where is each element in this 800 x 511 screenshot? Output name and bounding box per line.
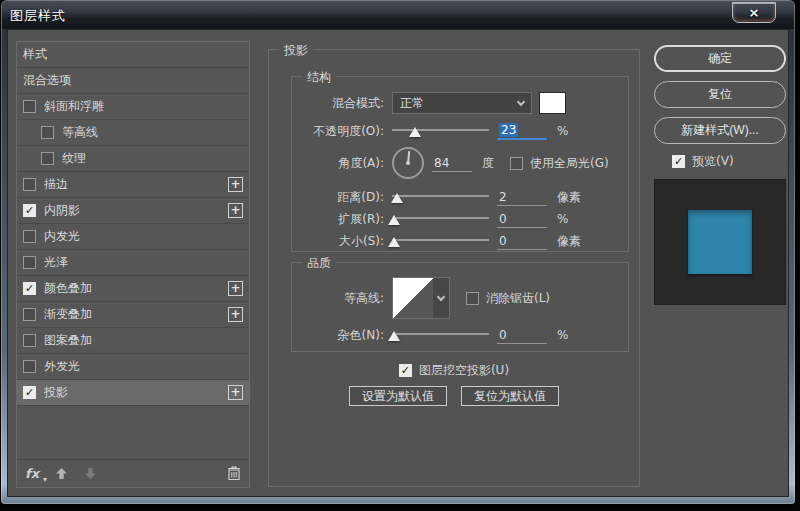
sidebar-item[interactable]: ✓投影+ (17, 380, 249, 406)
add-effect-icon[interactable]: + (228, 307, 243, 322)
effect-checkbox[interactable] (23, 230, 36, 243)
sidebar-item-label: 斜面和浮雕 (44, 98, 243, 115)
new-style-button[interactable]: 新建样式(W)... (654, 117, 786, 144)
layer-style-dialog: 图层样式 × 样式混合选项斜面和浮雕等高线纹理描边+✓内阴影+内发光光泽✓颜色叠… (1, 0, 795, 504)
blend-mode-row: 混合模式: 正常 (300, 91, 622, 115)
knockout-row: ✓ 图层挖空投影(U) (269, 362, 639, 379)
effect-checkbox[interactable] (41, 152, 54, 165)
sidebar-item-label: 混合选项 (23, 72, 243, 89)
effect-checkbox[interactable] (23, 256, 36, 269)
antialias-checkbox-row[interactable]: 消除锯齿(L) (466, 290, 550, 307)
blend-mode-select[interactable]: 正常 (392, 92, 532, 114)
sidebar-item[interactable]: 内发光 (17, 224, 249, 250)
global-light-checkbox-row[interactable]: 使用全局光(G) (510, 155, 609, 172)
contour-picker[interactable] (392, 277, 450, 319)
effect-checkbox[interactable] (23, 100, 36, 113)
blend-mode-label: 混合模式: (300, 95, 384, 112)
sidebar-item[interactable]: ✓颜色叠加+ (17, 276, 249, 302)
sidebar-item-label: 外发光 (44, 358, 243, 375)
effect-checkbox[interactable]: ✓ (23, 282, 36, 295)
spread-input[interactable]: 0 (497, 211, 547, 228)
close-button[interactable]: × (732, 2, 776, 23)
ok-button[interactable]: 确定 (654, 45, 786, 72)
noise-row: 杂色(N): 0 % (300, 323, 622, 347)
effect-checkbox[interactable] (41, 126, 54, 139)
caret-down-icon: ▾ (43, 475, 47, 484)
titlebar[interactable]: 图层样式 × (2, 1, 794, 29)
size-input[interactable]: 0 (497, 233, 547, 250)
move-effect-down-button[interactable] (84, 467, 97, 480)
angle-unit: 度 (482, 155, 494, 172)
delete-effect-button[interactable] (227, 466, 241, 481)
reset-button[interactable]: 复位 (654, 81, 786, 108)
window-title: 图层样式 (10, 7, 66, 25)
chevron-down-icon (517, 97, 525, 105)
add-effect-icon[interactable]: + (228, 281, 243, 296)
sidebar-item-label: 样式 (23, 46, 243, 63)
fx-label: fx (25, 466, 39, 481)
effect-checkbox[interactable]: ✓ (23, 386, 36, 399)
sidebar-item-label: 内阴影 (44, 202, 228, 219)
distance-label: 距离(D): (300, 189, 384, 206)
contour-dropdown-arrow[interactable] (433, 278, 449, 318)
make-default-button[interactable]: 设置为默认值 (349, 386, 447, 406)
sidebar-item[interactable]: 斜面和浮雕 (17, 94, 249, 120)
distance-slider[interactable] (392, 189, 489, 205)
sidebar-item[interactable]: 描边+ (17, 172, 249, 198)
sidebar-item-label: 投影 (44, 384, 228, 401)
reset-default-button[interactable]: 复位为默认值 (461, 386, 559, 406)
sidebar-item[interactable]: 样式 (17, 42, 249, 68)
arrow-down-icon (84, 467, 97, 480)
add-effect-icon[interactable]: + (228, 385, 243, 400)
move-effect-up-button[interactable] (55, 467, 68, 480)
slider-track (392, 239, 489, 241)
sidebar-item[interactable]: 渐变叠加+ (17, 302, 249, 328)
noise-input[interactable]: 0 (497, 327, 547, 344)
sidebar-item[interactable]: ✓内阴影+ (17, 198, 249, 224)
slider-thumb[interactable] (409, 127, 421, 137)
angle-input[interactable]: 84 (432, 155, 472, 172)
effect-checkbox[interactable] (23, 334, 36, 347)
noise-slider[interactable] (392, 327, 489, 343)
slider-thumb[interactable] (388, 331, 400, 341)
default-buttons-row: 设置为默认值 复位为默认值 (269, 386, 639, 406)
effect-checkbox[interactable] (23, 308, 36, 321)
global-light-checkbox[interactable] (510, 157, 523, 170)
knockout-checkbox-row[interactable]: ✓ 图层挖空投影(U) (399, 362, 509, 379)
fx-menu-button[interactable]: fx ▾ (25, 466, 39, 481)
size-slider[interactable] (392, 233, 489, 249)
distance-input[interactable]: 2 (497, 189, 547, 206)
spread-row: 扩展(R): 0 % (300, 207, 622, 231)
size-row: 大小(S): 0 像素 (300, 229, 622, 253)
sidebar-item[interactable]: 光泽 (17, 250, 249, 276)
sidebar-item[interactable]: 等高线 (17, 120, 249, 146)
spread-slider[interactable] (392, 211, 489, 227)
opacity-slider[interactable] (392, 123, 489, 139)
size-unit: 像素 (557, 233, 581, 250)
effect-checkbox[interactable] (23, 178, 36, 191)
angle-dial[interactable] (392, 147, 424, 179)
effect-checkbox[interactable] (23, 360, 36, 373)
add-effect-icon[interactable]: + (228, 177, 243, 192)
sidebar-item[interactable]: 外发光 (17, 354, 249, 380)
preview-checkbox-row[interactable]: ✓ 预览(V) (672, 153, 734, 170)
dialog-content: 样式混合选项斜面和浮雕等高线纹理描边+✓内阴影+内发光光泽✓颜色叠加+渐变叠加+… (7, 29, 789, 497)
angle-center-dot (406, 161, 410, 165)
spread-label: 扩展(R): (300, 211, 384, 228)
sidebar-item[interactable]: 图案叠加 (17, 328, 249, 354)
distance-row: 距离(D): 2 像素 (300, 185, 622, 209)
knockout-checkbox[interactable]: ✓ (399, 364, 412, 377)
distance-unit: 像素 (557, 189, 581, 206)
sidebar-item[interactable]: 纹理 (17, 146, 249, 172)
shadow-color-swatch[interactable] (539, 92, 566, 114)
slider-thumb[interactable] (388, 215, 400, 225)
slider-thumb[interactable] (388, 237, 400, 247)
effect-checkbox[interactable]: ✓ (23, 204, 36, 217)
size-label: 大小(S): (300, 233, 384, 250)
antialias-checkbox[interactable] (466, 292, 479, 305)
sidebar-item[interactable]: 混合选项 (17, 68, 249, 94)
add-effect-icon[interactable]: + (228, 203, 243, 218)
opacity-input[interactable]: 23 (497, 122, 547, 140)
slider-thumb[interactable] (391, 193, 403, 203)
preview-checkbox[interactable]: ✓ (672, 155, 685, 168)
